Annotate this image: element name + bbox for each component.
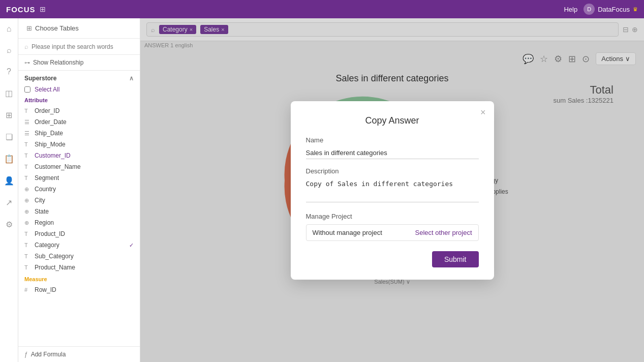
field-name: Ship_Date (35, 130, 63, 137)
field-name: Order_ID (35, 107, 59, 114)
modal-close-button[interactable]: × (480, 107, 486, 118)
search-nav-icon[interactable]: ⌕ (5, 44, 14, 57)
list-item[interactable]: T Segment (18, 172, 140, 184)
type-icon-T2: T (24, 141, 30, 147)
add-formula-label: Add Formula (31, 351, 66, 358)
table-icon[interactable]: ⊞ (4, 108, 14, 122)
list-item-customer-id[interactable]: T Customer_ID (18, 150, 140, 161)
choose-tables-label: Choose Tables (35, 24, 79, 32)
list-item[interactable]: T Customer_Name (18, 161, 140, 172)
icon-sidebar: ⌂ ⌕ ? ◫ ⊞ ❏ 📋 👤 ↗ ⚙ (0, 18, 18, 362)
field-name: City (35, 197, 45, 204)
type-icon-T5: T (24, 175, 30, 181)
modal-submit-area: Submit (306, 251, 479, 267)
list-item[interactable]: T Sub_Category (18, 251, 140, 262)
avatar: D (584, 4, 595, 15)
list-item[interactable]: ⊕ Country (18, 184, 140, 195)
home-icon[interactable]: ⌂ (5, 22, 14, 36)
show-relationship-label: Show Relationship (33, 59, 83, 66)
without-manage-label: Without manage project (313, 229, 382, 236)
list-item-row-id[interactable]: # Row_ID (18, 284, 140, 295)
list-item-category[interactable]: T Category ✓ (18, 239, 140, 251)
description-textarea[interactable]: Copy of Sales in different categories (306, 178, 479, 202)
add-formula-button[interactable]: ƒ Add Formula (18, 346, 140, 362)
type-icon-T4: T (24, 164, 30, 170)
type-icon-date: ☰ (24, 119, 30, 126)
copy-answer-modal: × Copy Answer Name Description Copy of S… (291, 101, 494, 280)
list-item[interactable]: ⊕ City (18, 195, 140, 206)
field-name-product-id: Product_ID (35, 230, 65, 237)
settings-icon[interactable]: ⚙ (4, 218, 15, 231)
type-icon-T7: T (24, 242, 30, 248)
type-icon-date2: ☰ (24, 130, 30, 137)
type-icon-T8: T (24, 253, 30, 259)
user-menu[interactable]: D DataFocus ♛ (584, 4, 638, 15)
formula-icon: ƒ (24, 351, 28, 358)
type-icon-T3: T (24, 153, 30, 159)
section-header: Superstore ∧ (18, 71, 140, 84)
list-item[interactable]: ☰ Ship_Date (18, 128, 140, 139)
list-item[interactable]: T Ship_Mode (18, 139, 140, 150)
type-icon-globe: ⊕ (24, 186, 30, 193)
help-button[interactable]: Help (564, 6, 577, 13)
description-label: Description (306, 167, 479, 175)
board-icon[interactable]: ❏ (4, 130, 15, 144)
type-icon-T: T (24, 108, 30, 114)
name-label: Name (306, 136, 479, 144)
left-panel: ⊞ Choose Tables ⌕ ⊶ Show Relationship Su… (18, 18, 140, 362)
submit-button[interactable]: Submit (432, 251, 479, 267)
select-all-label: Select All (35, 86, 59, 93)
select-other-project-button[interactable]: Select other project (415, 229, 472, 236)
list-item[interactable]: T Order_ID (18, 105, 140, 116)
list-item[interactable]: ⊕ State (18, 206, 140, 217)
field-name-category: Category (35, 242, 59, 249)
table-small-icon: ⊞ (26, 24, 32, 32)
select-all-checkbox[interactable] (24, 86, 30, 93)
field-name: Customer_Name (35, 163, 81, 170)
field-name-row-id: Row_ID (35, 286, 56, 293)
field-name-product: Product_Name (35, 264, 75, 271)
type-icon-globe3: ⊕ (24, 208, 30, 215)
section-name: Superstore (24, 75, 56, 82)
field-name: Segment (35, 174, 59, 182)
field-name-customer-id: Customer_ID (35, 152, 71, 159)
list-item-product-name[interactable]: T Product_Name (18, 262, 140, 273)
list-item[interactable]: ☰ Order_Date (18, 116, 140, 128)
top-navbar: FOCUS ⊞ Help D DataFocus ♛ (0, 0, 644, 18)
table-fields-section: Superstore ∧ Select All Attribute T Orde… (18, 71, 140, 346)
question-icon[interactable]: ? (5, 65, 13, 78)
manage-project-section: Manage Project Without manage project Se… (306, 213, 479, 241)
clipboard-icon[interactable]: 📋 (2, 152, 16, 166)
field-name: Ship_Mode (35, 141, 66, 148)
field-name: Region (35, 219, 54, 226)
trending-icon[interactable]: ↗ (4, 196, 14, 209)
field-name: Order_Date (35, 118, 67, 126)
check-icon: ✓ (129, 242, 134, 249)
app-body: ⌂ ⌕ ? ◫ ⊞ ❏ 📋 👤 ↗ ⚙ ⊞ Choose Tables ⌕ ⊶ … (0, 18, 644, 362)
app-logo: FOCUS (6, 5, 36, 14)
topnav-left: FOCUS ⊞ (6, 5, 46, 14)
field-name: Sub_Category (35, 253, 74, 260)
users-icon[interactable]: 👤 (2, 174, 16, 188)
crown-icon: ♛ (633, 6, 638, 13)
name-input[interactable] (306, 147, 479, 159)
field-search-box: ⌕ (18, 39, 140, 55)
measure-label: Measure (18, 273, 140, 284)
type-icon-T9: T (24, 264, 30, 270)
list-item[interactable]: ⊕ Region (18, 217, 140, 228)
field-name: State (35, 208, 49, 215)
add-tab-icon[interactable]: ⊞ (40, 5, 46, 13)
type-icon-globe4: ⊕ (24, 220, 30, 226)
field-search-input[interactable] (32, 43, 134, 50)
show-relationship-toggle[interactable]: ⊶ Show Relationship (18, 55, 140, 71)
type-icon-hash: # (24, 287, 30, 293)
list-item[interactable]: T Product_ID (18, 228, 140, 239)
field-name: Country (35, 186, 56, 193)
user-name: DataFocus (598, 6, 630, 13)
select-all-row[interactable]: Select All (18, 84, 140, 95)
section-collapse-icon[interactable]: ∧ (129, 75, 134, 82)
attribute-label: Attribute (18, 95, 140, 105)
choose-tables-button[interactable]: ⊞ Choose Tables (18, 18, 140, 39)
topnav-right: Help D DataFocus ♛ (564, 4, 638, 15)
chart-icon[interactable]: ◫ (3, 86, 15, 100)
